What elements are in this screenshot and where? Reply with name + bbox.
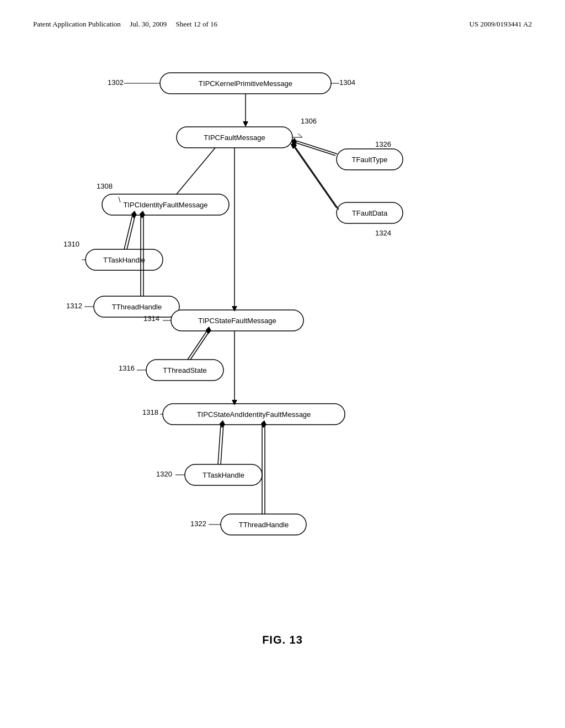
svg-text:1322: 1322	[190, 520, 206, 528]
svg-line-12	[298, 133, 302, 137]
svg-line-23	[295, 146, 339, 210]
publication-label: Patent Application Publication	[33, 20, 121, 28]
svg-text:TIPCKernelPrimitiveMessage: TIPCKernelPrimitiveMessage	[199, 79, 292, 88]
svg-text:TFaultType: TFaultType	[351, 156, 387, 164]
diagram-area: TIPCKernelPrimitiveMessage 1302 1304 TIP…	[0, 40, 565, 690]
patent-number: US 2009/0193441 A2	[470, 20, 532, 28]
svg-text:1306: 1306	[301, 117, 317, 125]
svg-text:TThreadHandle: TThreadHandle	[239, 521, 289, 529]
svg-text:TThreadHandle: TThreadHandle	[112, 303, 162, 311]
svg-text:TIPCIdentityFaultMessage: TIPCIdentityFaultMessage	[123, 201, 207, 209]
svg-line-68	[221, 425, 223, 464]
svg-text:1304: 1304	[339, 78, 355, 87]
svg-text:TTaskHandle: TTaskHandle	[103, 256, 145, 264]
header-right: US 2009/0193441 A2	[470, 20, 532, 29]
svg-text:1326: 1326	[375, 140, 391, 148]
publication-date: Jul. 30, 2009	[130, 20, 167, 28]
svg-text:1324: 1324	[375, 229, 391, 237]
svg-text:1314: 1314	[143, 314, 159, 323]
svg-text:TIPCStateAndIdentityFaultMessa: TIPCStateAndIdentityFaultMessage	[197, 410, 311, 419]
page-header: Patent Application Publication Jul. 30, …	[0, 0, 565, 29]
svg-text:TIPCStateFaultMessage: TIPCStateFaultMessage	[198, 317, 276, 325]
svg-marker-7	[243, 121, 248, 127]
svg-text:TIPCFaultMessage: TIPCFaultMessage	[204, 133, 265, 142]
svg-line-20	[294, 140, 337, 154]
header-left: Patent Application Publication Jul. 30, …	[33, 20, 217, 29]
svg-text:1316: 1316	[119, 364, 135, 372]
svg-line-67	[218, 425, 221, 464]
uml-diagram: TIPCKernelPrimitiveMessage 1302 1304 TIP…	[0, 40, 565, 690]
svg-text:1308: 1308	[97, 182, 113, 190]
svg-text:1310: 1310	[63, 240, 79, 248]
svg-text:TFaultData: TFaultData	[352, 209, 388, 217]
figure-caption: FIG. 13	[262, 634, 303, 646]
svg-line-55	[190, 331, 210, 360]
svg-text:1320: 1320	[156, 470, 172, 478]
svg-text:1302: 1302	[108, 78, 124, 87]
sheet-info: Sheet 12 of 16	[176, 20, 217, 28]
svg-text:1312: 1312	[66, 302, 82, 310]
svg-line-25	[177, 148, 215, 194]
svg-line-54	[188, 331, 207, 360]
svg-text:TTaskHandle: TTaskHandle	[202, 471, 244, 479]
svg-text:TThreadState: TThreadState	[163, 366, 207, 374]
svg-text:1318: 1318	[142, 408, 158, 416]
